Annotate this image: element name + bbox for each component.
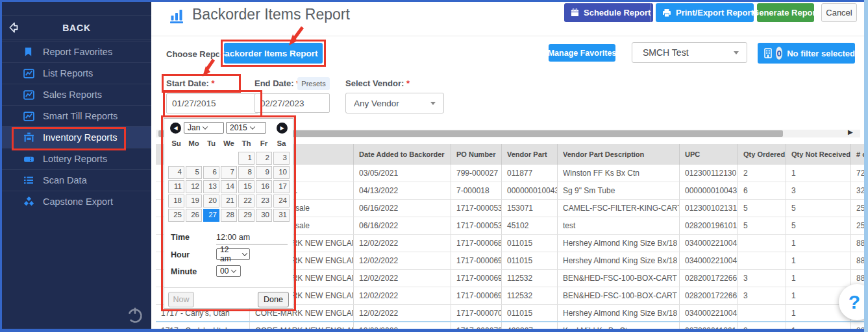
- presets-button[interactable]: Presets: [297, 77, 330, 90]
- table-row[interactable]: 1717 - Carly's, UtahCORE-MARK NEW ENGLAN…: [156, 322, 866, 329]
- calendar-day[interactable]: 16: [256, 180, 272, 193]
- report-type-dropdown[interactable]: Backorder Items Report: [224, 43, 323, 64]
- calendar-day[interactable]: 13: [203, 180, 219, 193]
- calendar-day-selected[interactable]: 27: [203, 209, 219, 222]
- column-header-vendor-part[interactable]: Vendor Part: [502, 144, 558, 165]
- done-button[interactable]: Done: [258, 292, 289, 307]
- calendar-day[interactable]: 15: [238, 180, 254, 193]
- table-cell: 7-000018: [451, 182, 502, 200]
- calendar-day[interactable]: 31: [273, 209, 290, 222]
- calendar-day[interactable]: 4: [168, 166, 184, 179]
- print-export-button[interactable]: Print/Export Report: [656, 3, 754, 22]
- table-cell: 034000221004: [680, 305, 738, 322]
- sidebar-item-capstone-export[interactable]: Capstone Export: [2, 191, 151, 212]
- sidebar-item-smart-till-reports[interactable]: Smart Till Reports: [2, 105, 151, 126]
- calendar-day[interactable]: 2: [256, 152, 272, 165]
- year-select[interactable]: 2015: [226, 122, 266, 134]
- column-header-date-added-to-backorder[interactable]: Date Added to Backorder: [354, 144, 451, 165]
- weekday-label: Th: [238, 139, 255, 147]
- calendar-day[interactable]: 10: [273, 166, 290, 179]
- table-cell: 1: [786, 165, 851, 182]
- sidebar-item-sales-reports[interactable]: Sales Reports: [2, 84, 151, 105]
- sidebar-item-scan-data[interactable]: Scan Data: [2, 169, 151, 191]
- help-question-icon: ?: [849, 291, 860, 313]
- minute-select[interactable]: 00: [216, 265, 241, 277]
- manage-favorites-button[interactable]: Manage Favorites: [549, 44, 615, 62]
- calendar-day[interactable]: 29: [238, 209, 254, 222]
- table-cell: [738, 235, 786, 252]
- calendar-day[interactable]: 5: [186, 166, 202, 179]
- calendar-day[interactable]: 26: [186, 209, 202, 222]
- column-header-qty-ordered[interactable]: Qty Ordered: [738, 144, 786, 165]
- sidebar-item-label: Lottery Reports: [43, 154, 107, 164]
- calendar-day[interactable]: 25: [168, 209, 184, 222]
- table-cell: 000000010043: [680, 182, 738, 200]
- power-icon: [125, 305, 145, 325]
- column-header-upc[interactable]: UPC: [680, 144, 738, 165]
- calendar-day[interactable]: 1: [238, 152, 254, 165]
- calendar-day[interactable]: 11: [168, 180, 184, 193]
- sidebar: BACK Report FavoritesList ReportsSales R…: [2, 2, 151, 329]
- now-button[interactable]: Now: [168, 292, 194, 307]
- calendar-day[interactable]: 7: [221, 166, 237, 179]
- table-cell: 1717-000053: [451, 200, 502, 217]
- sidebar-item-inventory-reports[interactable]: Inventory Reports: [2, 126, 151, 148]
- table-cell: 011015: [502, 252, 558, 270]
- calendar-day[interactable]: 3: [273, 152, 290, 165]
- scroll-right-icon[interactable]: ▶: [848, 128, 853, 136]
- calendar-empty-cell: [186, 152, 202, 165]
- table-cell: 028200172266: [680, 287, 738, 305]
- schedule-report-button[interactable]: Schedule Report: [564, 3, 653, 22]
- calendar-day[interactable]: 18: [168, 195, 184, 208]
- chevron-down-icon: [242, 250, 247, 255]
- calendar-day[interactable]: 30: [256, 209, 272, 222]
- calendar-day[interactable]: 28: [221, 209, 237, 222]
- cancel-button[interactable]: Cancel: [821, 3, 857, 22]
- calendar-day[interactable]: 23: [256, 195, 272, 208]
- sidebar-item-report-favorites[interactable]: Report Favorites: [2, 41, 151, 62]
- calendar-day[interactable]: 22: [238, 195, 254, 208]
- calendar-day[interactable]: 14: [221, 180, 237, 193]
- table-cell: Sg 9" Sm Tube: [558, 182, 680, 200]
- calendar-day[interactable]: 9: [256, 166, 272, 179]
- hour-select[interactable]: 12 am: [216, 248, 250, 260]
- end-date-input[interactable]: [254, 93, 330, 113]
- month-select[interactable]: Jan: [184, 122, 224, 134]
- weekday-label: Fr: [255, 139, 273, 147]
- generate-report-button[interactable]: Generate Report: [757, 3, 814, 22]
- store-filter-button[interactable]: 0 No filter selected: [758, 43, 855, 64]
- vendor-select[interactable]: Any Vendor: [345, 93, 444, 113]
- calendar-day[interactable]: 12: [186, 180, 202, 193]
- column-header-po-number[interactable]: PO Number: [451, 144, 502, 165]
- calendar-day[interactable]: 24: [273, 195, 290, 208]
- calendar-day[interactable]: 19: [186, 195, 202, 208]
- sidebar-back-button[interactable]: BACK: [2, 16, 151, 40]
- previous-month-button[interactable]: ◀: [170, 123, 181, 134]
- chevron-down-icon: [734, 51, 739, 54]
- calendar-day[interactable]: 17: [273, 180, 290, 193]
- calendar-grid: 1234567891011121314151617181920212223242…: [167, 151, 290, 222]
- column-header-vendor-part-description[interactable]: Vendor Part Description: [558, 144, 680, 165]
- calendar-day[interactable]: 20: [203, 195, 219, 208]
- time-slider[interactable]: [216, 244, 288, 244]
- calendar-day[interactable]: 6: [203, 166, 219, 179]
- table-cell: 5: [786, 200, 851, 217]
- calendar-day[interactable]: 8: [238, 166, 254, 179]
- sidebar-item-lottery-reports[interactable]: Lottery Reports: [2, 148, 151, 169]
- table-cell: [738, 252, 786, 270]
- column-header-qty-not-received[interactable]: Qty Not Received: [786, 144, 851, 165]
- favorite-select[interactable]: SMCH Test: [632, 42, 747, 63]
- table-cell: 04/13/2022: [354, 182, 451, 200]
- calendar-day[interactable]: 21: [221, 195, 237, 208]
- table-cell: CAMEL-FSC-FILTER-KING-CARTON: [558, 200, 680, 217]
- start-date-input[interactable]: [166, 93, 258, 113]
- sidebar-item-list-reports[interactable]: List Reports: [2, 62, 151, 84]
- weekday-label: Mo: [185, 139, 203, 147]
- weekday-label: Sa: [273, 139, 290, 147]
- weekday-header-row: SuMoTuWeThFrSa: [167, 139, 290, 147]
- table-cell: 1717-000053: [451, 217, 502, 235]
- power-button[interactable]: [125, 305, 143, 324]
- sidebar-item-label: List Reports: [43, 68, 93, 78]
- next-month-button[interactable]: ▶: [277, 123, 288, 134]
- chevron-down-icon: [231, 267, 236, 272]
